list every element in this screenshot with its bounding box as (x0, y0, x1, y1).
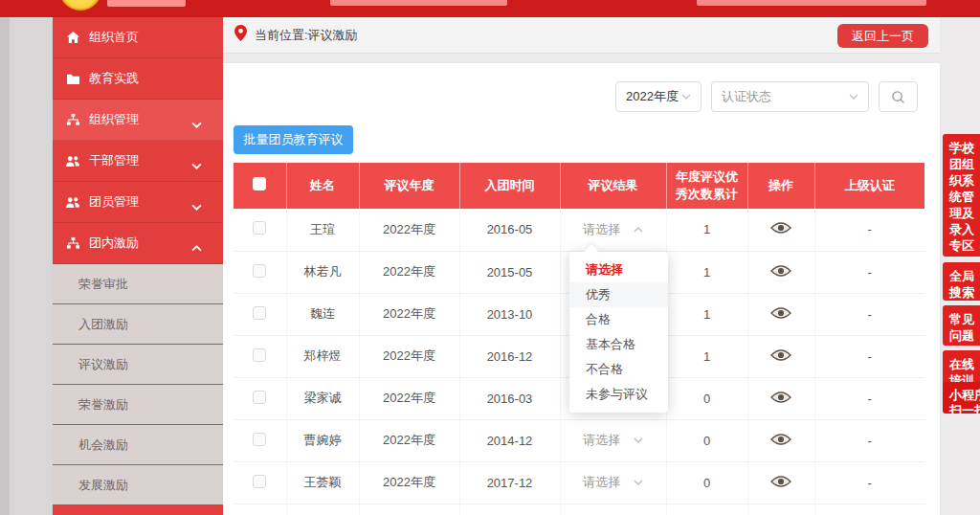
folder-icon (65, 71, 80, 86)
breadcrumb: 当前位置:评议激励 返回上一页 (223, 17, 940, 54)
count-cell: 0 (666, 461, 747, 504)
join-date-cell: 2016-03 (459, 377, 560, 419)
sidebar-subitem-opportunity-incentive[interactable]: 机会激励 (53, 425, 223, 465)
sidebar-item-org-home[interactable]: 组织首页 (53, 17, 223, 58)
year-select[interactable]: 2022年度 (615, 81, 702, 112)
users-icon (65, 194, 80, 210)
row-checkbox[interactable] (253, 433, 266, 446)
side-tab-school-org-system[interactable]: 学校团组织系统管理及录入专区 ⊙ (943, 134, 980, 257)
result-select[interactable]: 请选择 (583, 474, 643, 491)
cert-cell: - (814, 419, 924, 461)
batch-review-button[interactable]: 批量团员教育评议 (234, 125, 353, 154)
result-select[interactable]: 请选择 (583, 221, 643, 238)
sidebar-subitem-honor-approval[interactable]: 荣誉审批 (53, 264, 223, 304)
subitem-label: 荣誉激励 (78, 396, 128, 414)
year-select-value: 2022年度 (626, 88, 679, 105)
count-cell: 0 (666, 419, 747, 461)
cert-cell: - (814, 209, 924, 251)
row-checkbox[interactable] (253, 348, 266, 362)
eye-icon[interactable] (770, 433, 791, 446)
subitem-label: 发展激励 (78, 477, 128, 494)
header-title-fragment (107, 0, 186, 7)
sidebar-item-cadre-management[interactable]: 干部管理 (53, 141, 223, 182)
side-tab-miniprogram-scan[interactable]: 小程序扫一扫 (943, 382, 980, 414)
count-cell: 1 (666, 209, 747, 251)
col-review-result: 评议结果 (560, 163, 666, 209)
count-cell: 1 (666, 293, 747, 335)
result-select[interactable]: 请选择 (583, 432, 643, 449)
result-select-value: 请选择 (583, 474, 620, 491)
sidebar-subitem-review-incentive[interactable]: 评议激励 (53, 345, 223, 385)
action-cell (747, 209, 814, 251)
result-cell: 请选择 (560, 209, 666, 251)
col-action: 操作 (747, 163, 814, 209)
cert-status-select[interactable]: 认证状态 (711, 81, 869, 112)
row-checkbox[interactable] (253, 306, 266, 320)
top-header-bar (0, 0, 980, 17)
table-row: 王瑄 2022年度 2016-05 请选择 1 (234, 209, 924, 251)
row-checkbox[interactable] (253, 391, 266, 404)
cert-cell: - (814, 335, 924, 377)
year-cell: 2022年度 (359, 251, 459, 293)
name-cell: 梁家诚 (286, 377, 359, 419)
users-icon (65, 153, 80, 168)
back-button[interactable]: 返回上一页 (837, 24, 928, 48)
row-checkbox[interactable] (253, 264, 266, 278)
dropdown-option-qualified[interactable]: 合格 (569, 307, 668, 332)
join-date-cell: 2014-12 (459, 419, 560, 461)
eye-icon[interactable] (770, 221, 791, 235)
org-chart-icon (65, 235, 80, 251)
sidebar-subitem-join-incentive[interactable]: 入团激励 (53, 304, 223, 345)
col-superior-cert: 上级认证 (814, 163, 924, 209)
join-date-cell: 2016-12 (459, 335, 560, 377)
dropdown-option-excellent[interactable]: 优秀 (569, 282, 668, 307)
result-cell: 请选择 (560, 461, 666, 504)
sidebar-item-org-management[interactable]: 组织管理 (53, 100, 223, 141)
year-cell: 2022年度 (359, 419, 459, 461)
action-cell (747, 419, 814, 461)
chevron-down-icon (191, 158, 202, 172)
dropdown-option-not-participated[interactable]: 未参与评议 (569, 382, 668, 407)
year-cell: 2022年度 (359, 377, 459, 419)
sidebar-nav: 组织首页 教育实践 组织管理 干部管理 (53, 17, 223, 515)
sidebar-item-label: 组织首页 (89, 29, 139, 46)
dropdown-option-unqualified[interactable]: 不合格 (569, 357, 668, 382)
count-cell: 1 (666, 251, 747, 293)
eye-icon[interactable] (770, 391, 791, 404)
side-tab-global-search[interactable]: 全局搜索 (943, 262, 980, 301)
row-checkbox[interactable] (253, 475, 266, 488)
side-tab-label: 小程序扫一扫 (949, 388, 980, 414)
result-select-value: 请选择 (583, 432, 620, 449)
action-cell (747, 504, 814, 515)
sidebar-item-member-management[interactable]: 团员管理 (53, 182, 223, 223)
side-tab-label: 学校团组织系统管理及录入专区 (949, 140, 976, 254)
dropdown-option-basically-qualified[interactable]: 基本合格 (569, 332, 668, 357)
count-cell (666, 504, 747, 515)
year-cell (359, 504, 459, 515)
year-cell: 2022年度 (359, 293, 459, 335)
sidebar-item-education-practice[interactable]: 教育实践 (53, 58, 223, 100)
sidebar-subitem-honor-incentive[interactable]: 荣誉激励 (53, 385, 223, 425)
current-location-label: 当前位置:评议激励 (255, 27, 358, 44)
location-pin-icon (234, 25, 247, 45)
action-cell (747, 335, 814, 377)
name-cell: 曹婉婷 (286, 419, 359, 461)
select-all-checkbox[interactable] (253, 177, 266, 190)
subitem-label: 机会激励 (78, 437, 128, 454)
col-review-year: 评议年度 (359, 163, 459, 209)
year-cell: 2022年度 (359, 335, 459, 377)
eye-icon[interactable] (770, 475, 791, 488)
search-button[interactable] (879, 81, 918, 112)
row-checkbox[interactable] (253, 221, 266, 235)
dropdown-option-please-select[interactable]: 请选择 (569, 258, 668, 282)
eye-icon[interactable] (770, 264, 791, 278)
eye-icon[interactable] (770, 306, 791, 320)
sidebar-item-league-incentive[interactable]: 团内激励 (53, 223, 223, 264)
eye-icon[interactable] (770, 348, 791, 362)
subitem-label: 入团激励 (78, 316, 128, 333)
chevron-up-icon (191, 240, 202, 255)
sidebar-subitem-development-incentive[interactable]: 发展激励 (53, 465, 223, 505)
sidebar-item-label: 组织管理 (89, 111, 139, 128)
side-tab-faq[interactable]: 常见问题 (943, 305, 980, 346)
result-dropdown-panel: 请选择 优秀 合格 基本合格 不合格 未参与评议 (569, 252, 668, 413)
